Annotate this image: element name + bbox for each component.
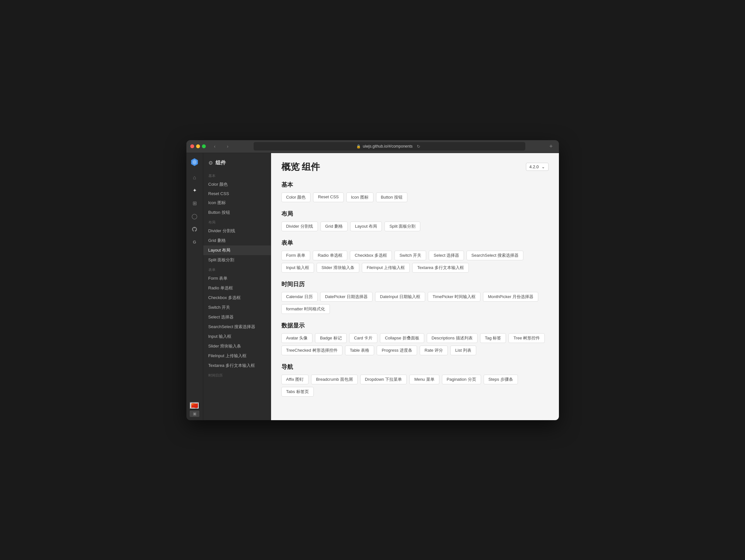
tag-list[interactable]: List 列表 [450,345,476,355]
titlebar: ‹ › 🔒 uiwjs.github.io/#/components ↻ + [186,140,559,153]
page-header: 概览 组件 4.2.0 ⌄ [281,161,549,173]
tag-calendar[interactable]: Calendar 日历 [281,292,318,302]
nav-item-fileinput[interactable]: FileInput 上传输入框 [203,351,271,361]
section-data-tags: Avatar 头像 Badge 标记 Card 卡片 Collapse 折叠面板… [281,333,549,355]
tag-formatter[interactable]: formatter 时间格式化 [281,304,330,314]
tag-select[interactable]: Select 选择器 [429,251,464,260]
tag-tree[interactable]: Tree 树形控件 [509,333,545,343]
tag-button[interactable]: Button 按钮 [376,193,408,202]
tag-searchselect[interactable]: SearchSelect 搜索选择器 [466,251,523,260]
tag-tabs[interactable]: Tabs 标签页 [281,387,314,397]
tag-treechecked[interactable]: TreeChecked 树形选择控件 [281,345,343,355]
nav-item-radio[interactable]: Radio 单选框 [203,283,271,293]
nav-item-button[interactable]: Button 按钮 [203,208,271,217]
nav-item-select[interactable]: Select 选择器 [203,312,271,322]
version-text: 4.2.0 [529,164,539,169]
section-data: 数据显示 Avatar 头像 Badge 标记 Card 卡片 Collapse… [281,322,549,355]
tag-menu[interactable]: Menu 菜单 [409,375,439,384]
tag-descriptions[interactable]: Descriptions 描述列表 [427,333,478,343]
tag-table[interactable]: Table 表格 [345,345,375,355]
nav-item-textarea[interactable]: Textarea 多行文本输入框 [203,361,271,370]
tag-badge[interactable]: Badge 标记 [315,333,346,343]
gitee-nav-button[interactable]: G [189,236,200,248]
tag-avatar[interactable]: Avatar 头像 [281,333,313,343]
sidebar-icon: ⚙ [208,160,213,166]
nav-item-slider[interactable]: Slider 滑块输入条 [203,341,271,351]
nav-section-form-header: 表单 [203,265,271,273]
tag-textarea[interactable]: Textarea 多行文本输入框 [412,263,468,272]
tag-input[interactable]: Input 输入框 [281,263,314,272]
section-basic-title: 基本 [281,181,549,189]
nav-item-searchselect[interactable]: SearchSelect 搜索选择器 [203,322,271,332]
back-button[interactable]: ‹ [211,142,219,150]
nav-item-form[interactable]: Form 表单 [203,273,271,283]
url-text: uiwjs.github.io/#/components [363,144,413,149]
nav-item-input[interactable]: Input 输入框 [203,332,271,341]
tag-checkbox[interactable]: Checkbox 多选框 [350,251,392,260]
tag-divider[interactable]: Divider 分割线 [281,222,318,231]
traffic-lights [190,144,206,148]
tag-monthpicker[interactable]: MonthPicker 月份选择器 [483,292,538,302]
section-form-title: 表单 [281,239,549,247]
layers-nav-button[interactable]: ⊞ [189,198,200,209]
tag-timepicker[interactable]: TimePicker 时间输入框 [428,292,480,302]
tag-fileinput[interactable]: FileInput 上传输入框 [362,263,410,272]
section-basic-tags: Color 颜色 Reset CSS Icon 图标 Button 按钮 [281,193,549,202]
tag-form[interactable]: Form 表单 [281,251,311,260]
nav-item-switch[interactable]: Switch 开关 [203,303,271,312]
tag-reset-css[interactable]: Reset CSS [313,193,344,202]
tag-switch[interactable]: Switch 开关 [394,251,426,260]
section-layout-tags: Divider 分割线 Grid 删格 Layout 布局 Split 面板分割 [281,222,549,231]
nav-item-grid[interactable]: Grid 删格 [203,236,271,245]
tag-slider[interactable]: Slider 滑块输入条 [317,263,359,272]
icon-sidebar: ⌂ ✦ ⊞ ◯ G 🇨🇳 ▣ [186,153,203,420]
tag-datepicker[interactable]: DatePicker 日期选择器 [320,292,372,302]
github-nav-button[interactable] [189,224,200,235]
components-nav-button[interactable]: ✦ [189,185,200,196]
tag-steps[interactable]: Steps 步骤条 [484,375,518,384]
fullscreen-button[interactable] [202,144,206,148]
sidebar-bottom: 🇨🇳 ▣ [190,402,199,417]
new-tab-button[interactable]: + [547,142,555,150]
lock-icon: 🔒 [356,144,361,149]
tag-color[interactable]: Color 颜色 [281,193,311,202]
tag-dateinput[interactable]: DateInput 日期输入框 [375,292,425,302]
tag-radio[interactable]: Radio 单选框 [313,251,347,260]
nav-item-layout[interactable]: Layout 布局 [203,245,271,255]
version-selector[interactable]: 4.2.0 ⌄ [526,163,549,171]
nav-section-layout-header: 布局 [203,217,271,226]
tag-rate[interactable]: Rate 评分 [420,345,448,355]
app-logo[interactable] [189,156,200,168]
tag-collapse[interactable]: Collapse 折叠面板 [380,333,424,343]
minimize-button[interactable] [196,144,200,148]
close-button[interactable] [190,144,194,148]
section-form-tags: Form 表单 Radio 单选框 Checkbox 多选框 Switch 开关… [281,251,549,272]
tag-breadcrumb[interactable]: Breadcrumb 面包屑 [311,375,357,384]
tag-layout[interactable]: Layout 布局 [350,222,382,231]
tag-affix[interactable]: Affix 图钉 [281,375,309,384]
nav-item-color[interactable]: Color 颜色 [203,179,271,189]
nav-item-split[interactable]: Split 面板分割 [203,255,271,265]
tag-dropdown[interactable]: Dropdown 下拉菜单 [360,375,407,384]
section-form: 表单 Form 表单 Radio 单选框 Checkbox 多选框 Switch… [281,239,549,272]
nav-item-divider[interactable]: Divider 分割线 [203,226,271,236]
tag-grid[interactable]: Grid 删格 [321,222,348,231]
section-basic: 基本 Color 颜色 Reset CSS Icon 图标 Button 按钮 [281,181,549,202]
app-window: ‹ › 🔒 uiwjs.github.io/#/components ↻ + ⌂… [186,140,559,420]
tag-icon[interactable]: Icon 图标 [346,193,374,202]
chat-nav-button[interactable]: ◯ [189,210,200,222]
nav-item-icon[interactable]: Icon 图标 [203,198,271,208]
address-bar[interactable]: 🔒 uiwjs.github.io/#/components ↻ [254,142,525,151]
tag-tag[interactable]: Tag 标签 [480,333,506,343]
tag-split[interactable]: Split 面板分割 [384,222,420,231]
home-nav-button[interactable]: ⌂ [189,172,200,184]
forward-button[interactable]: › [224,142,232,150]
tag-pagination[interactable]: Pagination 分页 [442,375,481,384]
reload-button[interactable]: ↻ [415,142,422,150]
language-button[interactable]: 🇨🇳 [190,402,199,409]
theme-button[interactable]: ▣ [190,410,199,417]
tag-card[interactable]: Card 卡片 [349,333,378,343]
tag-progress[interactable]: Progress 进度条 [377,345,417,355]
nav-item-reset-css[interactable]: Reset CSS [203,189,271,198]
nav-item-checkbox[interactable]: Checkbox 多选框 [203,293,271,303]
